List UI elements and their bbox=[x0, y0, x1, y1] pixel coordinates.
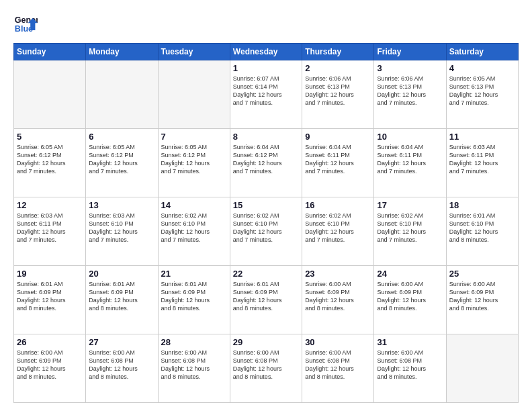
day-info: Sunrise: 6:02 AM Sunset: 6:10 PM Dayligh… bbox=[305, 212, 371, 244]
day-info: Sunrise: 6:07 AM Sunset: 6:14 PM Dayligh… bbox=[233, 75, 299, 107]
day-info: Sunrise: 6:04 AM Sunset: 6:12 PM Dayligh… bbox=[233, 143, 299, 176]
page: General Blue SundayMondayTuesdayWednesda… bbox=[0, 0, 532, 411]
calendar-cell: 24Sunrise: 6:00 AM Sunset: 6:09 PM Dayli… bbox=[374, 266, 446, 334]
day-number: 5 bbox=[17, 132, 83, 142]
day-info: Sunrise: 6:05 AM Sunset: 6:12 PM Dayligh… bbox=[17, 143, 83, 176]
calendar-cell bbox=[158, 60, 230, 129]
day-number: 22 bbox=[233, 269, 299, 279]
calendar-cell: 15Sunrise: 6:02 AM Sunset: 6:10 PM Dayli… bbox=[230, 197, 302, 266]
calendar-cell: 6Sunrise: 6:05 AM Sunset: 6:12 PM Daylig… bbox=[86, 129, 158, 197]
calendar-cell: 16Sunrise: 6:02 AM Sunset: 6:10 PM Dayli… bbox=[302, 197, 374, 266]
day-number: 26 bbox=[17, 337, 83, 347]
day-number: 21 bbox=[161, 269, 227, 279]
day-info: Sunrise: 6:05 AM Sunset: 6:12 PM Dayligh… bbox=[89, 143, 154, 176]
day-number: 27 bbox=[89, 337, 154, 347]
day-info: Sunrise: 6:04 AM Sunset: 6:11 PM Dayligh… bbox=[305, 143, 371, 176]
calendar-header-tuesday: Tuesday bbox=[158, 44, 230, 60]
calendar-header-thursday: Thursday bbox=[302, 44, 374, 60]
day-number: 11 bbox=[449, 132, 515, 142]
day-info: Sunrise: 6:00 AM Sunset: 6:08 PM Dayligh… bbox=[89, 349, 154, 381]
calendar-cell: 28Sunrise: 6:00 AM Sunset: 6:08 PM Dayli… bbox=[158, 334, 230, 403]
day-number: 25 bbox=[449, 269, 515, 279]
calendar-week-row: 1Sunrise: 6:07 AM Sunset: 6:14 PM Daylig… bbox=[14, 60, 519, 129]
day-info: Sunrise: 6:00 AM Sunset: 6:08 PM Dayligh… bbox=[377, 349, 443, 381]
calendar-cell: 21Sunrise: 6:01 AM Sunset: 6:09 PM Dayli… bbox=[158, 266, 230, 334]
calendar-header-monday: Monday bbox=[86, 44, 158, 60]
day-number: 15 bbox=[233, 200, 299, 210]
day-number: 7 bbox=[161, 132, 227, 142]
calendar-header-row: SundayMondayTuesdayWednesdayThursdayFrid… bbox=[14, 44, 519, 60]
day-number: 30 bbox=[305, 337, 371, 347]
calendar-cell: 22Sunrise: 6:01 AM Sunset: 6:09 PM Dayli… bbox=[230, 266, 302, 334]
day-number: 1 bbox=[233, 63, 299, 73]
calendar-cell: 31Sunrise: 6:00 AM Sunset: 6:08 PM Dayli… bbox=[374, 334, 446, 403]
calendar-week-row: 26Sunrise: 6:00 AM Sunset: 6:09 PM Dayli… bbox=[14, 334, 519, 403]
day-number: 28 bbox=[161, 337, 227, 347]
day-info: Sunrise: 6:02 AM Sunset: 6:10 PM Dayligh… bbox=[377, 212, 443, 244]
day-number: 2 bbox=[305, 63, 371, 73]
day-number: 14 bbox=[161, 200, 227, 210]
calendar-cell: 10Sunrise: 6:04 AM Sunset: 6:11 PM Dayli… bbox=[374, 129, 446, 197]
calendar-week-row: 12Sunrise: 6:03 AM Sunset: 6:11 PM Dayli… bbox=[14, 197, 519, 266]
day-number: 4 bbox=[449, 63, 515, 73]
day-number: 29 bbox=[233, 337, 299, 347]
day-number: 13 bbox=[89, 200, 154, 210]
calendar-cell: 5Sunrise: 6:05 AM Sunset: 6:12 PM Daylig… bbox=[14, 129, 86, 197]
day-number: 3 bbox=[377, 63, 443, 73]
logo-icon: General Blue bbox=[13, 12, 38, 36]
day-info: Sunrise: 6:02 AM Sunset: 6:10 PM Dayligh… bbox=[233, 212, 299, 244]
day-number: 19 bbox=[17, 269, 83, 279]
day-info: Sunrise: 6:00 AM Sunset: 6:09 PM Dayligh… bbox=[377, 280, 443, 313]
calendar-cell: 4Sunrise: 6:05 AM Sunset: 6:13 PM Daylig… bbox=[446, 60, 518, 129]
day-info: Sunrise: 6:06 AM Sunset: 6:13 PM Dayligh… bbox=[377, 75, 443, 107]
calendar-cell: 29Sunrise: 6:00 AM Sunset: 6:08 PM Dayli… bbox=[230, 334, 302, 403]
calendar-cell: 27Sunrise: 6:00 AM Sunset: 6:08 PM Dayli… bbox=[86, 334, 158, 403]
calendar-cell: 9Sunrise: 6:04 AM Sunset: 6:11 PM Daylig… bbox=[302, 129, 374, 197]
day-number: 31 bbox=[377, 337, 443, 347]
calendar-cell: 2Sunrise: 6:06 AM Sunset: 6:13 PM Daylig… bbox=[302, 60, 374, 129]
day-number: 12 bbox=[17, 200, 83, 210]
calendar-cell: 7Sunrise: 6:05 AM Sunset: 6:12 PM Daylig… bbox=[158, 129, 230, 197]
day-info: Sunrise: 6:01 AM Sunset: 6:09 PM Dayligh… bbox=[161, 280, 227, 313]
day-info: Sunrise: 6:01 AM Sunset: 6:09 PM Dayligh… bbox=[233, 280, 299, 313]
calendar-cell: 30Sunrise: 6:00 AM Sunset: 6:08 PM Dayli… bbox=[302, 334, 374, 403]
calendar-cell: 17Sunrise: 6:02 AM Sunset: 6:10 PM Dayli… bbox=[374, 197, 446, 266]
day-number: 24 bbox=[377, 269, 443, 279]
day-info: Sunrise: 6:03 AM Sunset: 6:11 PM Dayligh… bbox=[449, 143, 515, 176]
calendar-cell: 14Sunrise: 6:02 AM Sunset: 6:10 PM Dayli… bbox=[158, 197, 230, 266]
calendar-header-wednesday: Wednesday bbox=[230, 44, 302, 60]
day-info: Sunrise: 6:01 AM Sunset: 6:09 PM Dayligh… bbox=[17, 280, 83, 313]
logo: General Blue bbox=[13, 12, 38, 36]
day-number: 8 bbox=[233, 132, 299, 142]
day-number: 23 bbox=[305, 269, 371, 279]
day-info: Sunrise: 6:00 AM Sunset: 6:09 PM Dayligh… bbox=[17, 349, 83, 381]
day-info: Sunrise: 6:01 AM Sunset: 6:10 PM Dayligh… bbox=[449, 212, 515, 244]
calendar-header-friday: Friday bbox=[374, 44, 446, 60]
day-info: Sunrise: 6:00 AM Sunset: 6:08 PM Dayligh… bbox=[161, 349, 227, 381]
calendar-cell: 8Sunrise: 6:04 AM Sunset: 6:12 PM Daylig… bbox=[230, 129, 302, 197]
svg-text:Blue: Blue bbox=[15, 24, 33, 34]
calendar-cell: 23Sunrise: 6:00 AM Sunset: 6:09 PM Dayli… bbox=[302, 266, 374, 334]
calendar-cell: 19Sunrise: 6:01 AM Sunset: 6:09 PM Dayli… bbox=[14, 266, 86, 334]
calendar-week-row: 19Sunrise: 6:01 AM Sunset: 6:09 PM Dayli… bbox=[14, 266, 519, 334]
day-info: Sunrise: 6:06 AM Sunset: 6:13 PM Dayligh… bbox=[305, 75, 371, 107]
day-info: Sunrise: 6:00 AM Sunset: 6:09 PM Dayligh… bbox=[449, 280, 515, 313]
day-info: Sunrise: 6:05 AM Sunset: 6:13 PM Dayligh… bbox=[449, 75, 515, 107]
day-number: 9 bbox=[305, 132, 371, 142]
calendar-week-row: 5Sunrise: 6:05 AM Sunset: 6:12 PM Daylig… bbox=[14, 129, 519, 197]
day-number: 20 bbox=[89, 269, 154, 279]
calendar-cell bbox=[86, 60, 158, 129]
day-info: Sunrise: 6:00 AM Sunset: 6:08 PM Dayligh… bbox=[305, 349, 371, 381]
calendar-cell: 3Sunrise: 6:06 AM Sunset: 6:13 PM Daylig… bbox=[374, 60, 446, 129]
calendar-cell: 1Sunrise: 6:07 AM Sunset: 6:14 PM Daylig… bbox=[230, 60, 302, 129]
day-number: 6 bbox=[89, 132, 154, 142]
day-info: Sunrise: 6:00 AM Sunset: 6:08 PM Dayligh… bbox=[233, 349, 299, 381]
calendar-cell: 11Sunrise: 6:03 AM Sunset: 6:11 PM Dayli… bbox=[446, 129, 518, 197]
day-info: Sunrise: 6:00 AM Sunset: 6:09 PM Dayligh… bbox=[305, 280, 371, 313]
day-info: Sunrise: 6:01 AM Sunset: 6:09 PM Dayligh… bbox=[89, 280, 154, 313]
calendar-cell: 25Sunrise: 6:00 AM Sunset: 6:09 PM Dayli… bbox=[446, 266, 518, 334]
calendar-cell: 18Sunrise: 6:01 AM Sunset: 6:10 PM Dayli… bbox=[446, 197, 518, 266]
day-number: 17 bbox=[377, 200, 443, 210]
header: General Blue bbox=[13, 12, 519, 36]
day-info: Sunrise: 6:03 AM Sunset: 6:11 PM Dayligh… bbox=[17, 212, 83, 244]
